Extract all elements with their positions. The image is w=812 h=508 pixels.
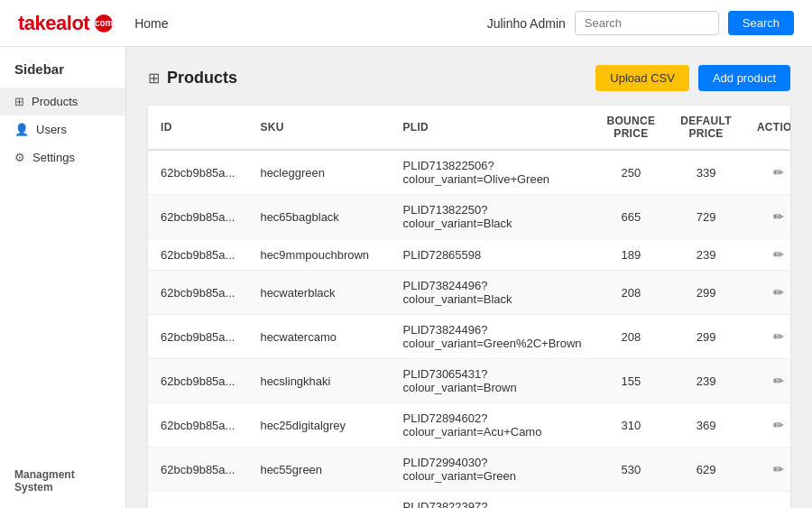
cell-sku: hec55green: [247, 448, 390, 492]
table-row: 62bcb9b85a... hec9mmpouchbrown PLID72865…: [148, 239, 790, 271]
page-title: Products: [167, 69, 237, 88]
edit-icon[interactable]: ✏: [773, 462, 784, 476]
header-actions: Upload CSV Add product: [595, 65, 790, 91]
logo-text: takealot: [18, 12, 89, 35]
col-header-plid: PLID: [391, 106, 595, 150]
table-body: 62bcb9b85a... hecleggreen PLID713822506?…: [148, 150, 790, 508]
cell-default: 149: [668, 492, 744, 509]
cell-bounce: 530: [595, 448, 669, 492]
main-layout: Sidebar ⊞ Products 👤 Users ⚙ Settings Ma…: [0, 47, 812, 508]
cell-sku: hecwaterblack: [247, 271, 390, 315]
cell-action: ✏: [744, 448, 790, 492]
cell-bounce: 155: [595, 359, 669, 403]
page-header: ⊞ Products Upload CSV Add product: [148, 65, 790, 91]
cell-id: 62bcb9b85a...: [148, 403, 247, 448]
cell-id: 62bcb9b85a...: [148, 271, 247, 315]
table-row: 62bcb9b85a... hec65bagblack PLID71382250…: [148, 195, 790, 239]
table-row: 62bcb9b85a... hec55green PLID72994030?co…: [148, 448, 790, 492]
sidebar-label-settings: Settings: [32, 151, 75, 164]
cell-plid: PLID73822397?colour_variant=galaxy: [391, 492, 595, 509]
edit-icon[interactable]: ✏: [773, 247, 784, 262]
edit-icon[interactable]: ✏: [773, 209, 784, 224]
cell-default: 369: [668, 403, 744, 448]
cell-bounce: 115: [595, 492, 669, 509]
edit-icon[interactable]: ✏: [773, 418, 784, 432]
logo-area: takealot com: [18, 12, 113, 35]
topbar: takealot com Home Julinho Admin Search: [0, 0, 812, 47]
cell-sku: hecleggreen: [247, 150, 390, 195]
sidebar-label-products: Products: [32, 95, 78, 108]
sidebar-title: Sidebar: [0, 61, 125, 88]
username-label: Julinho Admin: [487, 16, 566, 31]
table-row: 62bcb9b85a... hecwaterblack PLID73824496…: [148, 271, 790, 315]
cell-action: ✏: [744, 492, 790, 509]
edit-icon[interactable]: ✏: [773, 285, 784, 300]
search-input[interactable]: [575, 11, 719, 35]
cell-plid: PLID713822506?colour_variant=Olive+Green: [391, 150, 595, 195]
sidebar-item-settings[interactable]: ⚙ Settings: [0, 143, 125, 171]
cell-action: ✏: [744, 403, 790, 448]
sidebar-item-users[interactable]: 👤 Users: [0, 115, 125, 143]
cell-plid: PLID72994030?colour_variant=Green: [391, 448, 595, 492]
cell-plid: PLID72865598: [391, 239, 595, 271]
edit-icon[interactable]: ✏: [773, 374, 784, 388]
cell-bounce: 665: [595, 195, 669, 239]
table-row: 62bcb9b85a... hecslingkhaki PLID73065431…: [148, 359, 790, 403]
cell-id: 62bcb9b85a...: [148, 315, 247, 359]
sidebar-item-products[interactable]: ⊞ Products: [0, 88, 125, 115]
col-header-sku: SKU: [247, 106, 390, 150]
cell-bounce: 310: [595, 403, 669, 448]
cell-bounce: 189: [595, 239, 669, 271]
table-row: 62bcb9b85a... hecwatercamo PLID73824496?…: [148, 315, 790, 359]
grid-icon: ⊞: [14, 95, 24, 108]
add-product-button[interactable]: Add product: [698, 65, 790, 91]
table-row: 62bcb9b85a... hecleggreen PLID713822506?…: [148, 150, 790, 195]
sidebar-label-users: Users: [36, 123, 67, 136]
page-title-area: ⊞ Products: [148, 69, 237, 88]
products-page-icon: ⊞: [148, 69, 160, 87]
cell-sku: hecslingkhaki: [247, 359, 390, 403]
cell-default: 339: [668, 150, 744, 195]
table-row: 62bcb9b85a... heclunch1moon PLID73822397…: [148, 492, 790, 509]
cell-bounce: 208: [595, 315, 669, 359]
cell-plid: PLID73065431?colour_variant=Brown: [391, 359, 595, 403]
edit-icon[interactable]: ✏: [773, 165, 784, 180]
sidebar: Sidebar ⊞ Products 👤 Users ⚙ Settings Ma…: [0, 47, 126, 508]
users-icon: 👤: [14, 123, 29, 136]
cell-action: ✏: [744, 271, 790, 315]
col-header-action: ACTION: [744, 106, 790, 150]
search-button[interactable]: Search: [728, 11, 794, 35]
content-area: ⊞ Products Upload CSV Add product ID SKU…: [126, 47, 812, 508]
user-area: Julinho Admin Search: [487, 11, 794, 35]
col-header-bounce: BOUNCE PRICE: [595, 106, 669, 150]
cell-id: 62bcb9b85a...: [148, 150, 247, 195]
cell-default: 239: [668, 359, 744, 403]
cell-default: 299: [668, 315, 744, 359]
cell-action: ✏: [744, 315, 790, 359]
cell-default: 729: [668, 195, 744, 239]
products-table: ID SKU PLID BOUNCE PRICE DEFAULT PRICE A…: [148, 106, 790, 508]
cell-id: 62bcb9b85a...: [148, 448, 247, 492]
cell-id: 62bcb9b85a...: [148, 239, 247, 271]
col-header-default: DEFAULT PRICE: [668, 106, 744, 150]
cell-sku: hec9mmpouchbrown: [247, 239, 390, 271]
cell-action: ✏: [744, 359, 790, 403]
nav-home[interactable]: Home: [134, 16, 168, 31]
cell-sku: hec25digitalgrey: [247, 403, 390, 448]
cell-action: ✏: [744, 239, 790, 271]
cell-plid: PLID72894602?colour_variant=Acu+Camo: [391, 403, 595, 448]
products-table-container: ID SKU PLID BOUNCE PRICE DEFAULT PRICE A…: [148, 106, 790, 508]
upload-csv-button[interactable]: Upload CSV: [595, 65, 689, 91]
cell-id: 62bcb9b85a...: [148, 195, 247, 239]
cell-default: 629: [668, 448, 744, 492]
table-header-row: ID SKU PLID BOUNCE PRICE DEFAULT PRICE A…: [148, 106, 790, 150]
table-row: 62bcb9b85a... hec25digitalgrey PLID72894…: [148, 403, 790, 448]
cell-id: 62bcb9b85a...: [148, 359, 247, 403]
sidebar-management-label: Managment System: [0, 457, 125, 494]
logo-badge: com: [95, 14, 113, 32]
col-header-id: ID: [148, 106, 247, 150]
cell-bounce: 250: [595, 150, 669, 195]
edit-icon[interactable]: ✏: [773, 329, 784, 344]
cell-plid: PLID73824496?colour_variant=Black: [391, 271, 595, 315]
cell-id: 62bcb9b85a...: [148, 492, 247, 509]
